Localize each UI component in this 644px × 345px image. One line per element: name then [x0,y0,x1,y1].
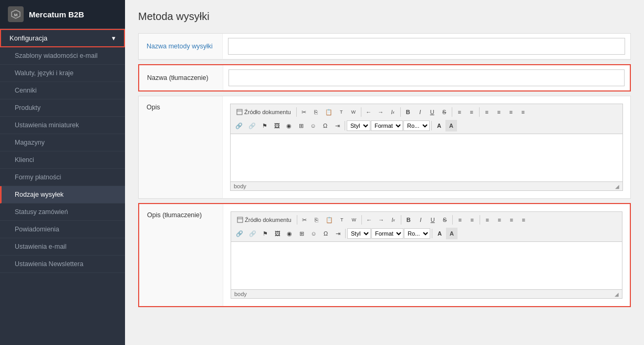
omega-btn-tl[interactable]: Ω [320,228,331,239]
ul-btn-tl[interactable]: ≡ [466,214,478,226]
cut-btn[interactable]: ✂ [298,106,310,118]
ol-btn[interactable]: ≡ [454,106,465,118]
sidebar-item-platnosci[interactable]: Formy płatności [0,169,125,186]
brand-name: Mercatum B2B [29,10,84,19]
sidebar-header: M Mercatum B2B [0,0,125,29]
cut-btn-tl[interactable]: ✂ [299,214,310,226]
sidebar-item-powiadomienia[interactable]: Powiadomienia [0,221,125,238]
font-select[interactable]: Ro... [403,120,430,131]
flag-btn-tl[interactable]: ⚑ [259,228,271,239]
sidebar-item-miniatury[interactable]: Ustawienia miniaturek [0,117,125,134]
circle-btn[interactable]: ◉ [283,120,295,131]
chevron-down-icon: ▾ [112,34,116,42]
bg-color-btn-tl[interactable]: A [446,228,458,239]
font-color-btn[interactable]: A [433,120,445,131]
ol-btn-tl[interactable]: ≡ [454,214,466,226]
table-btn[interactable]: ⊞ [295,120,307,131]
main-content: Metoda wysyłki Nazwa metody wysyłki Nazw… [125,0,644,345]
paste-text-btn[interactable]: T [336,106,347,118]
source-btn-opis-tl[interactable]: Źródło dokumentu [233,214,295,226]
editor-opis-tl-body[interactable] [231,242,622,289]
underline-btn-tl[interactable]: U [427,214,439,226]
strike-btn[interactable]: S [439,106,450,118]
align-left-btn[interactable]: ≡ [481,106,493,118]
paste-btn-tl[interactable]: 📋 [323,214,336,226]
style-select-tl[interactable]: Styl [347,228,371,239]
sidebar-item-produkty[interactable]: Produkty [0,99,125,117]
label-nazwa-metody: Nazwa metody wysyłki [139,34,223,59]
format-select[interactable]: Format [371,120,403,131]
strike-btn-tl[interactable]: S [439,214,451,226]
sidebar-item-cenniki[interactable]: Cenniki [0,82,125,99]
sidebar-item-email[interactable]: Ustawienia e-mail [0,238,125,256]
sidebar-item-statusy[interactable]: Statusy zamówień [0,204,125,221]
emoji-btn[interactable]: ☺ [307,120,319,131]
sidebar-item-szablony[interactable]: Szablony wiadomości e-mail [0,47,125,65]
paste-word-btn[interactable]: W [348,106,359,118]
emoji-btn-tl[interactable]: ☺ [308,228,319,239]
copy-btn-tl[interactable]: ⎘ [311,214,323,226]
bold-btn[interactable]: B [402,106,414,118]
bg-color-btn[interactable]: A [445,120,457,131]
table-btn-tl[interactable]: ⊞ [296,228,307,239]
paste-word-btn-tl[interactable]: W [348,214,360,226]
indent-btn[interactable]: ⇥ [331,120,343,131]
input-nazwa-tlumaczenie[interactable] [228,69,625,86]
underline-btn[interactable]: U [427,106,438,118]
omega-btn[interactable]: Ω [319,120,331,131]
input-nazwa-metody[interactable] [228,38,625,55]
align-center-btn[interactable]: ≡ [493,106,505,118]
align-center-btn-tl[interactable]: ≡ [494,214,505,226]
link-btn-tl[interactable]: 🔗 [233,228,246,239]
sidebar-item-wysylki[interactable]: Rodzaje wysyłek [0,186,125,204]
editor-opis-tlumaczenie: Źródło dokumentu ✂ ⎘ 📋 T W ← → Ix B [231,211,622,299]
sidebar-item-magazyny[interactable]: Magazyny [0,134,125,151]
circle-btn-tl[interactable]: ◉ [284,228,295,239]
unlink-btn-tl[interactable]: 🔗 [246,228,259,239]
font-select-tl[interactable]: Ro... [404,228,430,239]
sep3-tl [401,215,401,225]
sidebar-item-konfiguracja-label: Konfiguracja [9,34,47,42]
unlink-btn[interactable]: 🔗 [246,120,258,131]
copy-btn[interactable]: ⎘ [310,106,322,118]
ul-btn[interactable]: ≡ [466,106,477,118]
paste-text-btn-tl[interactable]: T [336,214,348,226]
resize-handle-tl[interactable]: ◢ [615,291,619,297]
sep4 [452,107,452,117]
italic-btn-tl[interactable]: I [415,214,427,226]
resize-handle[interactable]: ◢ [615,184,619,189]
remove-format-btn-tl[interactable]: Ix [388,214,399,226]
editor-opis-body[interactable] [231,134,622,181]
redo-btn-tl[interactable]: → [376,214,387,226]
font-color-btn-tl[interactable]: A [434,228,445,239]
bold-btn-tl[interactable]: B [403,214,414,226]
source-btn-opis[interactable]: Źródło dokumentu [233,106,295,118]
style-select[interactable]: Styl [347,120,370,131]
sidebar-item-newsletter[interactable]: Ustawienia Newslettera [0,256,125,273]
undo-btn-tl[interactable]: ← [363,214,375,226]
sep4-tl [452,215,453,225]
indent-btn-tl[interactable]: ⇥ [332,228,344,239]
undo-btn[interactable]: ← [363,106,375,118]
justify-btn[interactable]: ≡ [517,106,529,118]
align-right-btn[interactable]: ≡ [505,106,517,118]
italic-btn[interactable]: I [414,106,426,118]
sidebar-item-klienci[interactable]: Klienci [0,151,125,169]
align-right-btn-tl[interactable]: ≡ [506,214,517,226]
align-left-btn-tl[interactable]: ≡ [482,214,493,226]
justify-btn-tl[interactable]: ≡ [518,214,529,226]
redo-btn[interactable]: → [375,106,387,118]
format-select-tl[interactable]: Format [371,228,403,239]
remove-format-btn[interactable]: Ix [387,106,399,118]
form-row-nazwa-tlumaczenie: Nazwa (tłumaczenie) [139,65,630,90]
sidebar-item-waluty[interactable]: Waluty, języki i kraje [0,65,125,82]
link-btn[interactable]: 🔗 [233,120,245,131]
flag-btn[interactable]: ⚑ [259,120,271,131]
svg-text:M: M [14,13,18,17]
image-btn-tl[interactable]: 🖼 [272,228,283,239]
editor-opis-wrapper: Opis Źródło dokumentu ✂ ⎘ 📋 T W [138,96,631,199]
paste-btn[interactable]: 📋 [323,106,335,118]
sidebar-item-konfiguracja[interactable]: Konfiguracja ▾ [0,29,125,47]
sep2 [361,107,361,117]
image-btn[interactable]: 🖼 [271,120,283,131]
